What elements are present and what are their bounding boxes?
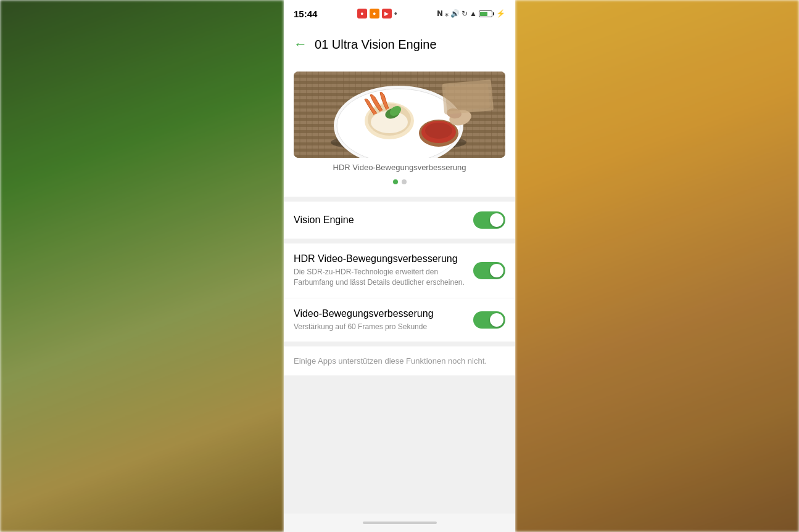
hdr-video-toggle[interactable] [473, 262, 505, 279]
app-icon-dot: • [394, 9, 397, 18]
app-icon-yt: ▶ [382, 9, 392, 18]
svg-rect-20 [445, 83, 490, 112]
vision-engine-content: Vision Engine [294, 215, 473, 226]
toggle-track [473, 211, 505, 229]
toggle-thumb [490, 213, 503, 227]
note-text: Einige Apps unterstützen diese Funktione… [294, 356, 505, 366]
hdr-video-content: HDR Video-Bewegungsverbesserung Die SDR-… [294, 253, 473, 288]
video-motion-content: Video-Bewegungsverbesserung Verstärkung … [294, 308, 473, 332]
vision-engine-title: Vision Engine [294, 215, 466, 226]
page-title: 01 Ultra Vision Engine [315, 38, 437, 52]
vision-engine-item: Vision Engine [284, 202, 515, 239]
left-background [0, 0, 284, 532]
video-motion-toggle[interactable] [473, 311, 505, 329]
wifi-strength-icon: ▲ [470, 9, 477, 18]
status-left-icons: ● ● ▶ • [357, 9, 397, 18]
hdr-toggle-thumb [490, 264, 503, 277]
motion-toggle-thumb [490, 313, 503, 327]
sound-icon: 🔊 [450, 9, 460, 18]
vision-engine-section: Vision Engine [284, 202, 515, 239]
carousel-section: HDR Video-Bewegungsverbesserung [284, 62, 515, 197]
video-motion-item: Video-Bewegungsverbesserung Verstärkung … [284, 298, 515, 342]
phone-screen: 15:44 ● ● ▶ • 𝗡 ⁎ 🔊 ↻ ▲ ⚡ ← 01 Ultra Vis… [284, 0, 515, 532]
bluetooth-icon: ⁎ [445, 9, 449, 18]
motion-toggle-track [473, 311, 505, 329]
svg-point-16 [425, 123, 452, 139]
home-indicator [363, 522, 437, 524]
bottom-bar [284, 514, 515, 532]
carousel-caption: HDR Video-Bewegungsverbesserung [294, 163, 505, 177]
right-background [515, 0, 799, 532]
app-icon-1: ● [357, 9, 367, 18]
video-settings-section: HDR Video-Bewegungsverbesserung Die SDR-… [284, 243, 515, 342]
back-button[interactable]: ← [294, 38, 307, 51]
status-bar: 15:44 ● ● ▶ • 𝗡 ⁎ 🔊 ↻ ▲ ⚡ [284, 0, 515, 27]
charging-icon: ⚡ [496, 9, 505, 18]
carousel-dots [294, 177, 505, 192]
carousel-image[interactable] [294, 72, 505, 158]
app-icon-2: ● [370, 9, 379, 18]
hdr-video-desc: Die SDR-zu-HDR-Technologie erweitert den… [294, 267, 466, 288]
vision-engine-toggle[interactable] [473, 211, 505, 229]
note-section: Einige Apps unterstützen diese Funktione… [284, 346, 515, 375]
page-header: ← 01 Ultra Vision Engine [284, 27, 515, 62]
food-svg [294, 72, 505, 158]
content-area: HDR Video-Bewegungsverbesserung Vision E… [284, 62, 515, 514]
video-motion-desc: Verstärkung auf 60 Frames pro Sekunde [294, 322, 466, 332]
battery-icon [479, 10, 494, 17]
hdr-video-item: HDR Video-Bewegungsverbesserung Die SDR-… [284, 243, 515, 298]
hdr-toggle-track [473, 262, 505, 279]
status-time: 15:44 [294, 9, 317, 19]
refresh-icon: ↻ [462, 9, 468, 18]
wifi-icon: 𝗡 [437, 9, 443, 18]
carousel-dot-1[interactable] [393, 179, 398, 184]
video-motion-title: Video-Bewegungsverbesserung [294, 308, 466, 319]
hdr-video-title: HDR Video-Bewegungsverbesserung [294, 253, 466, 264]
carousel-dot-2[interactable] [402, 179, 407, 184]
status-right-icons: 𝗡 ⁎ 🔊 ↻ ▲ ⚡ [437, 9, 505, 18]
